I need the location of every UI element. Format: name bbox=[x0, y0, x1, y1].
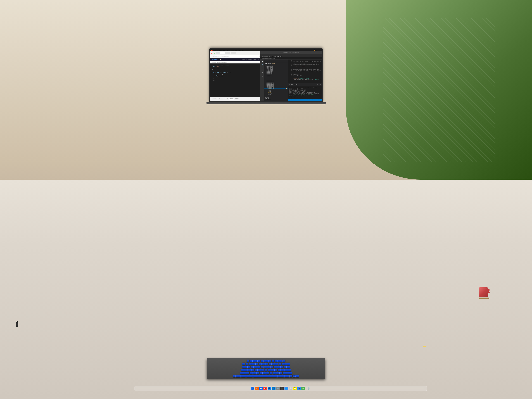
minimize-button[interactable] bbox=[212, 53, 213, 54]
key-3[interactable]: 3 bbox=[252, 363, 255, 365]
tab-fastcampus1[interactable]: 패스트... bbox=[220, 52, 225, 54]
menu-terminal[interactable]: Terminal bbox=[233, 50, 237, 51]
dock-vscode[interactable]: 💙 bbox=[272, 386, 276, 390]
dock-finder[interactable]: 🔵 bbox=[251, 386, 254, 390]
key-v[interactable]: V bbox=[260, 372, 263, 374]
key-fn[interactable]: fn bbox=[233, 375, 235, 377]
file-js09[interactable]: 2020-08-21-js09.md bbox=[264, 70, 288, 71]
file-js10[interactable]: 2020-08-22-js10.md bbox=[264, 71, 288, 72]
file-react05[interactable]: 2020-08-31-react05.md bbox=[264, 81, 288, 82]
key-delete[interactable]: delete bbox=[285, 363, 290, 365]
dock-safari[interactable]: 🧭 bbox=[259, 386, 263, 390]
key-f12[interactable]: F12 bbox=[280, 360, 283, 362]
tab-lesson-intro[interactable]: 강의 소개 bbox=[224, 98, 229, 100]
menu-view[interactable]: View bbox=[226, 50, 228, 51]
terminal-close-icon[interactable]: ✕ bbox=[320, 84, 321, 85]
file-react12-active[interactable]: 2020-09-07-react12.md bbox=[264, 88, 288, 89]
file-react08[interactable]: 2020-09-03-react08.md bbox=[264, 84, 288, 85]
key-r[interactable]: R bbox=[257, 366, 260, 368]
spaces[interactable]: Spaces: 2 bbox=[304, 100, 308, 100]
menu-run[interactable]: Run bbox=[231, 50, 233, 51]
dock-trash[interactable]: 🗑️ bbox=[307, 386, 310, 390]
file-react09[interactable]: 2020-09-04-react09.md bbox=[264, 85, 288, 86]
key-arrow-right[interactable]: ▶ bbox=[296, 375, 299, 377]
forward-button[interactable]: › bbox=[212, 56, 212, 57]
key-period[interactable]: . bbox=[276, 372, 279, 374]
file-js05[interactable]: 2020-08-17-js05.md bbox=[264, 66, 288, 67]
key-x[interactable]: X bbox=[253, 372, 256, 374]
key-space[interactable] bbox=[253, 375, 277, 377]
terminal-trash-icon[interactable]: 🗑 bbox=[319, 84, 319, 85]
key-tab[interactable]: tab bbox=[242, 366, 247, 368]
key-m[interactable]: M bbox=[270, 372, 272, 374]
key-0[interactable]: 0 bbox=[275, 363, 278, 365]
key-f3[interactable]: F3 bbox=[255, 360, 258, 362]
file-react01[interactable]: 2020-08-27-react01.md bbox=[264, 76, 288, 77]
key-q[interactable]: Q bbox=[247, 366, 250, 368]
key-f5[interactable]: F5 bbox=[261, 360, 263, 362]
file-js11[interactable]: 2020-08-23-js11.md bbox=[264, 72, 288, 73]
search-activity-icon[interactable]: 🔍 bbox=[261, 64, 264, 66]
file-react11[interactable]: 2020-09-06-react11.md bbox=[264, 87, 288, 88]
dock-appstore[interactable]: 🅰 bbox=[268, 386, 271, 390]
key-arrow-left[interactable]: ◀ bbox=[290, 375, 292, 377]
open-editors-header[interactable]: OPEN EDITORS UNSAVED bbox=[264, 63, 288, 64]
file-js12[interactable]: 2020-08-24-js12.md bbox=[264, 73, 288, 74]
debug-icon[interactable]: ▶ bbox=[261, 71, 264, 74]
menu-window[interactable]: Window bbox=[238, 50, 241, 51]
tab-lesson-stats[interactable]: 학습 통계 bbox=[235, 98, 239, 100]
key-return[interactable]: return bbox=[284, 369, 291, 371]
file-config[interactable]: _config.yml bbox=[266, 92, 287, 93]
key-command-right[interactable]: command bbox=[277, 375, 284, 377]
key-f2[interactable]: F2 bbox=[252, 360, 255, 362]
explorer-icon[interactable]: 📄 bbox=[261, 60, 264, 63]
file-react07[interactable]: 2020-09-02-react07.md bbox=[264, 83, 288, 84]
folder-images[interactable]: 📁 images bbox=[266, 91, 287, 92]
file-js08[interactable]: 2020-08-20-js08.md bbox=[264, 69, 288, 70]
key-f4[interactable]: F4 bbox=[258, 360, 260, 362]
formatter[interactable]: Prettier bbox=[318, 100, 321, 100]
file-package[interactable]: package.yml bbox=[266, 93, 287, 94]
tab-github[interactable]: GitHub bbox=[216, 52, 220, 54]
settings-activity-icon[interactable]: ⚙ bbox=[261, 98, 264, 100]
terminal-add-icon[interactable]: + bbox=[317, 84, 317, 85]
key-p[interactable]: P bbox=[277, 366, 280, 368]
key-backslash[interactable]: \ bbox=[287, 366, 290, 368]
vscode-tab-react11[interactable]: 2020-09-06-react11.md bbox=[261, 56, 271, 57]
terminal-content[interactable]: beyu@Bomiui-MacBookPro bomee88.github.io… bbox=[288, 86, 322, 99]
key-comma[interactable]: , bbox=[273, 372, 276, 374]
git-icon[interactable]: ⑂ bbox=[261, 67, 264, 70]
close-button[interactable] bbox=[211, 53, 212, 54]
editor-lines[interactable]: 유저세이팅 부분에 이전 코드다. 새로 한 건 immer를 사용한 코드다.… bbox=[292, 60, 322, 82]
dock-launchpad[interactable]: 🚀 bbox=[255, 386, 259, 390]
line-endings[interactable]: LF bbox=[312, 100, 313, 100]
key-s[interactable]: S bbox=[251, 369, 254, 371]
apple-menu[interactable]: 🍎 bbox=[211, 49, 213, 51]
key-tilde[interactable]: ` bbox=[242, 363, 245, 365]
key-minus[interactable]: - bbox=[279, 363, 281, 365]
tab-fastcampus2[interactable]: 패스트림... bbox=[225, 52, 230, 54]
menu-go[interactable]: Go bbox=[229, 50, 230, 51]
refresh-button[interactable]: ↻ bbox=[213, 56, 214, 57]
key-b[interactable]: B bbox=[263, 372, 266, 374]
key-shift-right[interactable]: shift bbox=[283, 372, 292, 374]
key-2[interactable]: 2 bbox=[249, 363, 252, 365]
menu-edit[interactable]: Edit bbox=[219, 50, 221, 51]
file-react03[interactable]: 2020-08-29-react03.md bbox=[264, 78, 288, 80]
key-4[interactable]: 4 bbox=[255, 363, 258, 365]
key-f6[interactable]: F6 bbox=[264, 360, 266, 362]
file-readme[interactable]: README.md bbox=[266, 94, 287, 95]
key-o[interactable]: O bbox=[274, 366, 277, 368]
cursor-position[interactable]: Ln 79, Col 61 bbox=[299, 100, 304, 100]
language-mode[interactable]: Markdown bbox=[314, 100, 317, 100]
file-react04[interactable]: 2020-08-30-react04.md bbox=[264, 80, 288, 81]
key-l[interactable]: L bbox=[274, 369, 277, 371]
key-arrow-up[interactable]: ▲ bbox=[293, 375, 296, 376]
address-bar[interactable]: fastcampus.co.kr/courses/200543/clips/# bbox=[214, 55, 260, 57]
dock-kakaotalk[interactable]: 💬 bbox=[293, 386, 297, 390]
key-quote[interactable]: ' bbox=[281, 369, 284, 371]
menu-code[interactable]: Code bbox=[214, 50, 216, 51]
key-command-left[interactable]: command bbox=[246, 375, 253, 377]
key-k[interactable]: K bbox=[271, 369, 274, 371]
dock-calendar[interactable]: 📅 bbox=[263, 386, 267, 390]
